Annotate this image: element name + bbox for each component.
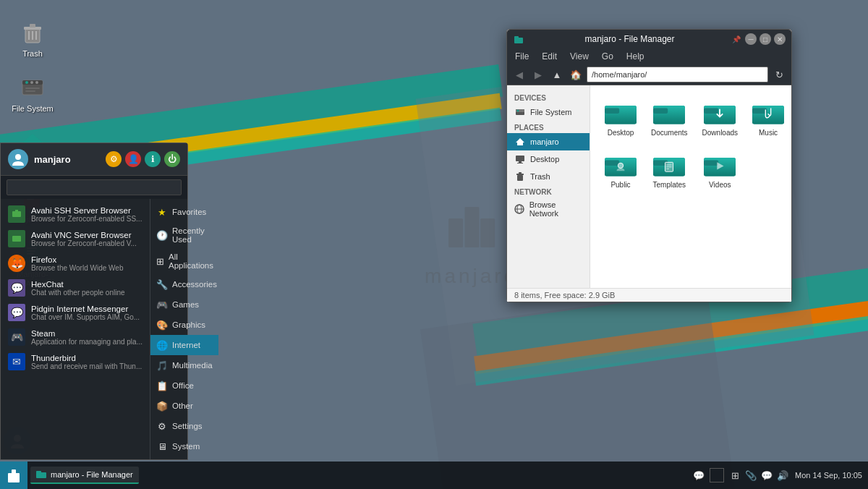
menu-file[interactable]: File xyxy=(513,51,531,62)
category-multimedia[interactable]: 🎵 Multimedia xyxy=(150,355,218,375)
window-maximize-btn[interactable]: □ xyxy=(760,33,771,45)
category-settings[interactable]: ⚙ Settings xyxy=(150,416,218,436)
file-item-music[interactable]: Music xyxy=(749,96,788,141)
search-input[interactable] xyxy=(7,179,182,195)
accessories-icon: 🔧 xyxy=(156,278,168,290)
start-menu-header-icons: ⚙ 👤 ℹ ⏻ xyxy=(106,151,180,167)
toolbar-up-btn[interactable]: ▲ xyxy=(549,67,565,82)
svg-rect-31 xyxy=(514,38,523,43)
tray-icon-2[interactable]: 📎 xyxy=(744,469,757,482)
sidebar-item-trash[interactable]: Trash xyxy=(507,168,590,185)
sidebar-item-filesystem[interactable]: File System xyxy=(507,103,590,121)
menu-item-avahi-ssh-text: Avahi SSH Server Browser Browse for Zero… xyxy=(31,206,142,223)
svg-point-13 xyxy=(35,81,38,84)
toolbar-home-btn[interactable]: 🏠 xyxy=(568,67,584,82)
svg-rect-37 xyxy=(516,156,524,161)
menu-item-avahi-vnc[interactable]: Avahi VNC Server Browser Browse for Zero… xyxy=(1,226,150,251)
category-system[interactable]: 🖥 System xyxy=(150,436,218,456)
taskbar-item-file-manager[interactable]: manjaro - File Manager xyxy=(30,467,139,484)
file-item-downloads[interactable]: Downloads xyxy=(699,96,741,141)
avahi-vnc-icon xyxy=(8,230,25,247)
sidebar-section-network: NETWORK xyxy=(507,185,590,197)
svg-rect-41 xyxy=(516,174,524,175)
menu-item-thunderbird[interactable]: ✉ Thunderbird Send and receive mail with… xyxy=(1,349,150,374)
graphics-icon: 🎨 xyxy=(156,319,168,331)
menu-item-hexchat[interactable]: 💬 HexChat Chat with other people online xyxy=(1,276,150,300)
desktop-logo: manjaro xyxy=(425,201,518,288)
address-bar[interactable]: /home/manjaro/ xyxy=(587,67,768,82)
toolbar-forward-btn[interactable]: ▶ xyxy=(530,67,546,82)
svg-rect-54 xyxy=(704,109,718,114)
svg-rect-15 xyxy=(25,90,35,92)
desktop-icon-trash[interactable]: Trash xyxy=(7,14,58,62)
menu-view[interactable]: View xyxy=(568,51,591,62)
toolbar-refresh-btn[interactable]: ↻ xyxy=(771,67,787,82)
menu-item-avahi-vnc-text: Avahi VNC Server Browser Browse for Zero… xyxy=(31,231,142,247)
favorites-icon: ★ xyxy=(156,206,168,218)
file-item-public[interactable]: Public xyxy=(601,148,640,193)
tray-chat-icon[interactable]: 💬 xyxy=(692,469,705,482)
desktop: manjaro Trash xyxy=(0,0,868,489)
menu-item-pidgin[interactable]: 💬 Pidgin Internet Messenger Chat over IM… xyxy=(1,300,150,325)
desktop-sidebar-icon xyxy=(514,153,526,165)
header-icon-info[interactable]: ℹ xyxy=(145,151,161,167)
svg-rect-82 xyxy=(36,471,41,473)
sidebar-item-browse-network[interactable]: Browse Network xyxy=(507,197,590,221)
menu-categories: ★ Favorites 🕐 Recently Used ⊞ All Applic… xyxy=(150,199,218,459)
category-all-applications[interactable]: ⊞ All Applications xyxy=(150,248,218,274)
window-pin-btn[interactable]: 📌 xyxy=(731,33,742,45)
svg-marker-36 xyxy=(516,138,524,145)
menu-go[interactable]: Go xyxy=(600,51,616,62)
start-menu-username: manjaro xyxy=(34,154,100,165)
svg-rect-32 xyxy=(514,36,519,38)
category-games[interactable]: 🎮 Games xyxy=(150,294,218,315)
tray-show-desktop[interactable] xyxy=(710,468,724,482)
category-office[interactable]: 📋 Office xyxy=(150,375,218,396)
category-other[interactable]: 📦 Other xyxy=(150,396,218,416)
svg-rect-0 xyxy=(448,218,463,247)
file-item-videos[interactable]: Videos xyxy=(699,148,741,193)
sidebar-item-desktop[interactable]: Desktop xyxy=(507,150,590,168)
window-minimize-btn[interactable]: ─ xyxy=(745,33,757,45)
svg-rect-57 xyxy=(752,109,767,114)
sidebar-item-manjaro[interactable]: manjaro xyxy=(507,133,590,150)
header-icon-settings[interactable]: ⚙ xyxy=(106,151,122,167)
category-recently-used[interactable]: 🕐 Recently Used xyxy=(150,222,218,248)
other-icon: 📦 xyxy=(156,400,168,412)
hexchat-icon: 💬 xyxy=(8,279,25,297)
taskbar: manjaro - File Manager 💬 ⊞ 📎 💬 🔊 Mon 14 … xyxy=(0,462,868,489)
window-close-btn[interactable]: ✕ xyxy=(774,33,786,45)
category-accessories[interactable]: 🔧 Accessories xyxy=(150,274,218,294)
menu-item-firefox[interactable]: 🦊 Firefox Browse the World Wide Web xyxy=(1,251,150,276)
menu-edit[interactable]: Edit xyxy=(540,51,559,62)
tray-icon-3[interactable]: 💬 xyxy=(760,469,773,482)
category-favorites[interactable]: ★ Favorites xyxy=(150,202,218,222)
tray-icon-4[interactable]: 🔊 xyxy=(776,469,789,482)
svg-rect-14 xyxy=(25,88,40,89)
desktop-icon-filesystem[interactable]: File System xyxy=(7,69,58,117)
menu-help[interactable]: Help xyxy=(624,51,647,62)
search-bar xyxy=(1,176,187,199)
avahi-ssh-icon xyxy=(8,205,25,223)
header-icon-user[interactable]: 👤 xyxy=(125,151,141,167)
svg-point-12 xyxy=(30,81,33,84)
games-icon: 🎮 xyxy=(156,299,168,310)
tray-icon-1[interactable]: ⊞ xyxy=(728,469,741,482)
taskbar-start-button[interactable] xyxy=(0,462,27,489)
header-icon-power[interactable]: ⏻ xyxy=(164,151,180,167)
svg-rect-5 xyxy=(30,24,35,27)
taskbar-window-list: manjaro - File Manager xyxy=(27,467,686,484)
category-graphics[interactable]: 🎨 Graphics xyxy=(150,315,218,335)
file-item-desktop[interactable]: Desktop xyxy=(601,96,640,141)
start-menu-header: manjaro ⚙ 👤 ℹ ⏻ xyxy=(1,143,187,176)
category-internet[interactable]: 🌐 Internet xyxy=(150,335,218,355)
file-item-templates[interactable]: Templates xyxy=(647,148,692,193)
window-toolbar: ◀ ▶ ▲ 🏠 /home/manjaro/ ↻ xyxy=(507,64,791,85)
file-item-documents[interactable]: Documents xyxy=(647,96,692,141)
toolbar-back-btn[interactable]: ◀ xyxy=(511,67,527,82)
window-file-grid: Desktop xyxy=(590,85,791,288)
internet-icon: 🌐 xyxy=(156,339,168,351)
menu-item-avahi-ssh[interactable]: Avahi SSH Server Browser Browse for Zero… xyxy=(1,202,150,226)
menu-item-steam[interactable]: 🎮 Steam Application for managing and pla… xyxy=(1,325,150,349)
multimedia-icon: 🎵 xyxy=(156,360,168,371)
